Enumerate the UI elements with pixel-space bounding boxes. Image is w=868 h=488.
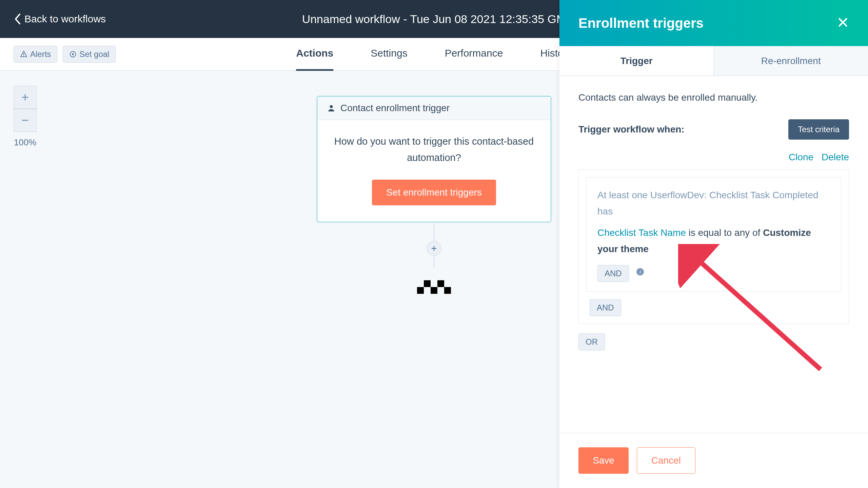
trigger-when-label: Trigger workflow when:: [578, 124, 685, 135]
card-prompt: How do you want to trigger this contact-…: [332, 134, 536, 166]
contact-icon: [327, 104, 336, 113]
and-condition-button[interactable]: AND: [597, 265, 629, 282]
panel-title: Enrollment triggers: [578, 16, 704, 31]
warning-icon: [20, 50, 27, 58]
clone-filter-link[interactable]: Clone: [789, 152, 813, 163]
chevron-left-icon: [14, 13, 22, 25]
set-goal-label: Set goal: [79, 49, 109, 59]
panel-footer: Save Cancel: [559, 433, 868, 488]
plus-icon: [21, 93, 29, 101]
add-action-button[interactable]: [427, 241, 441, 256]
card-header: Contact enrollment trigger: [317, 97, 551, 120]
card-header-text: Contact enrollment trigger: [340, 103, 450, 114]
panel-tabs: Trigger Re-enrollment: [559, 46, 868, 76]
close-icon: [837, 16, 849, 28]
filter-prefix-text: At least one UserflowDev: Checklist Task…: [597, 187, 830, 219]
workflow-connector: [417, 224, 451, 294]
back-label: Back to workflows: [24, 13, 106, 25]
filter-actions: Clone Delete: [578, 152, 849, 163]
or-group-button[interactable]: OR: [578, 333, 605, 350]
tab-actions[interactable]: Actions: [296, 37, 333, 71]
zoom-level-label: 100%: [14, 137, 37, 148]
tab-performance[interactable]: Performance: [445, 37, 503, 71]
svg-point-2: [330, 105, 333, 108]
target-icon: [69, 50, 77, 58]
toolbar-left: Alerts Set goal: [14, 46, 116, 63]
close-panel-button[interactable]: [837, 16, 849, 30]
manual-enroll-hint: Contacts can always be enrolled manually…: [578, 92, 849, 103]
connector-line: [434, 224, 434, 241]
svg-text:i: i: [639, 269, 641, 275]
panel-body: Contacts can always be enrolled manually…: [559, 76, 868, 433]
set-enrollment-triggers-button[interactable]: Set enrollment triggers: [372, 180, 496, 205]
alerts-button[interactable]: Alerts: [14, 46, 57, 63]
or-group-row: OR: [578, 333, 605, 350]
enrollment-triggers-panel: Enrollment triggers Trigger Re-enrollmen…: [559, 0, 868, 488]
filter-field-name: Checklist Task Name: [597, 227, 686, 238]
and-group-row: AND: [590, 299, 841, 316]
finish-flag-icon: [417, 280, 451, 294]
set-goal-button[interactable]: Set goal: [63, 46, 116, 63]
and-label: AND: [605, 269, 622, 278]
zoom-controls: 100%: [14, 86, 37, 148]
and-group-button[interactable]: AND: [590, 299, 621, 316]
info-icon[interactable]: i: [636, 271, 645, 277]
filter-rule: Checklist Task Name is equal to any of C…: [597, 225, 830, 257]
svg-point-1: [72, 53, 74, 55]
minus-icon: [21, 116, 29, 124]
main-tabs: Actions Settings Performance History: [296, 37, 572, 71]
filter-condition[interactable]: At least one UserflowDev: Checklist Task…: [586, 177, 841, 292]
panel-header: Enrollment triggers: [559, 0, 868, 46]
back-to-workflows-link[interactable]: Back to workflows: [14, 13, 106, 25]
filter-group: At least one UserflowDev: Checklist Task…: [578, 169, 849, 324]
panel-tab-reenrollment[interactable]: Re-enrollment: [714, 46, 868, 76]
trigger-when-row: Trigger workflow when: Test criteria: [578, 119, 849, 140]
zoom-out-button[interactable]: [14, 109, 37, 132]
save-button[interactable]: Save: [578, 447, 629, 474]
plus-icon: [431, 245, 437, 251]
test-criteria-button[interactable]: Test criteria: [788, 119, 849, 140]
alerts-label: Alerts: [30, 49, 51, 59]
tab-settings[interactable]: Settings: [371, 37, 407, 71]
delete-filter-link[interactable]: Delete: [822, 152, 849, 163]
enrollment-trigger-card[interactable]: Contact enrollment trigger How do you wa…: [317, 96, 551, 222]
zoom-in-button[interactable]: [14, 86, 37, 109]
cancel-button[interactable]: Cancel: [637, 447, 695, 474]
card-body: How do you want to trigger this contact-…: [317, 120, 551, 222]
connector-line: [434, 256, 434, 268]
workflow-title[interactable]: Unnamed workflow - Tue Jun 08 2021 12:35…: [259, 13, 609, 26]
filter-operator: is equal to any of: [686, 227, 763, 238]
panel-tab-trigger[interactable]: Trigger: [559, 46, 714, 76]
